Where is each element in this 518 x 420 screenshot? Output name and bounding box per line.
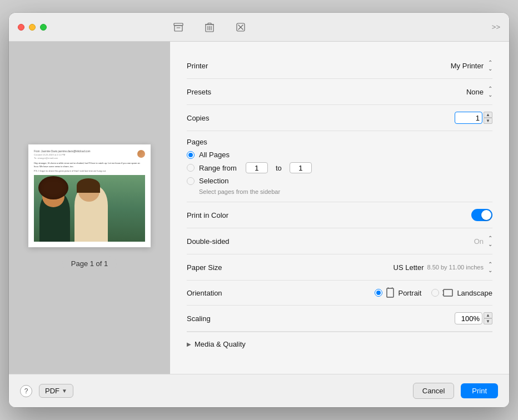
scaling-stepper: ▲ ▼	[455, 312, 492, 324]
scaling-arrows: ▲ ▼	[484, 312, 492, 324]
print-color-row: Print in Color	[187, 202, 492, 228]
printer-label: Printer	[187, 62, 253, 70]
landscape-radio[interactable]	[431, 289, 439, 297]
paper-size-detail: 8.50 by 11.00 inches	[427, 264, 484, 271]
selection-section: Selection Select pages from the sidebar	[187, 177, 492, 195]
main-content: From: Jasmine Davis jasmine.davis@ktkclo…	[9, 42, 509, 374]
printer-value[interactable]: My Printer ⌃⌄	[451, 59, 492, 72]
presets-row: Presets None ⌃⌄	[187, 79, 492, 105]
presets-label: Presets	[187, 88, 253, 96]
print-color-toggle-btn[interactable]	[471, 209, 492, 221]
svg-rect-11	[387, 288, 394, 297]
range-label: Range from	[199, 164, 237, 172]
pages-label: Pages	[187, 138, 492, 146]
selection-row[interactable]: Selection	[187, 177, 492, 185]
traffic-lights	[18, 24, 47, 31]
portrait-radio[interactable]	[375, 289, 382, 297]
media-quality-label: Media & Quality	[195, 340, 246, 348]
double-sided-current-value: On	[474, 237, 484, 246]
scaling-row: Scaling ▲ ▼	[187, 306, 492, 332]
portrait-label: Portrait	[398, 289, 421, 297]
copies-label: Copies	[187, 114, 253, 122]
copies-value: ▲ ▼	[455, 112, 492, 124]
double-sided-stepper-icon: ⌃⌄	[488, 235, 492, 247]
scaling-label: Scaling	[187, 314, 253, 323]
printer-current-value: My Printer	[451, 62, 484, 70]
pages-section: Pages All Pages Range from to S	[187, 131, 492, 202]
preview-panel: From: Jasmine Davis jasmine.davis@ktkclo…	[9, 42, 170, 374]
print-color-toggle	[471, 209, 492, 221]
landscape-option[interactable]: Landscape	[431, 288, 492, 297]
range-to-input[interactable]	[290, 162, 312, 173]
pdf-chevron-icon: ▼	[62, 388, 67, 394]
close-button[interactable]	[18, 24, 24, 31]
copies-input[interactable]	[455, 112, 482, 124]
portrait-icon	[386, 287, 395, 298]
presets-stepper-icon: ⌃⌄	[488, 86, 492, 98]
titlebar: >>	[9, 13, 509, 42]
expand-arrow-icon: ▶	[187, 341, 191, 347]
copies-increment[interactable]: ▲	[484, 112, 492, 118]
paper-size-label: Paper Size	[187, 263, 253, 272]
page-preview: From: Jasmine Davis jasmine.davis@ktkclo…	[28, 144, 151, 247]
range-to-label: to	[276, 164, 282, 172]
range-radio[interactable]	[187, 164, 195, 172]
copies-arrows: ▲ ▼	[484, 112, 492, 124]
trash-toolbar-button[interactable]	[202, 19, 217, 35]
paper-size-stepper-icon: ⌃⌄	[488, 261, 492, 273]
copies-row: Copies ▲ ▼	[187, 105, 492, 131]
email-preview-header: From: Jasmine Davis jasmine.davis@ktkclo…	[34, 150, 145, 173]
orientation-label: Orientation	[187, 289, 253, 297]
double-sided-value[interactable]: On ⌃⌄	[474, 235, 492, 247]
landscape-label: Landscape	[457, 289, 492, 297]
pdf-label: PDF	[45, 387, 59, 395]
range-row[interactable]: Range from to	[187, 162, 492, 173]
landscape-icon	[442, 288, 454, 297]
selection-hint: Select pages from the sidebar	[199, 188, 492, 195]
bottom-bar: ? PDF ▼ Cancel Print	[9, 374, 509, 407]
selection-label: Selection	[199, 177, 228, 185]
orientation-options: Portrait Landscape	[375, 287, 492, 298]
print-window: >> From: Jasmine Davis jasmine.davis@ktk…	[9, 13, 509, 407]
settings-panel: Printer My Printer ⌃⌄ Presets None ⌃⌄ Co…	[170, 42, 509, 374]
paper-size-row: Paper Size US Letter 8.50 by 11.00 inche…	[187, 254, 492, 281]
presets-current-value: None	[466, 88, 484, 96]
copies-stepper: ▲ ▼	[455, 112, 492, 124]
archive-toolbar-button[interactable]	[171, 19, 186, 35]
presets-value[interactable]: None ⌃⌄	[466, 86, 492, 98]
all-pages-label: All Pages	[199, 151, 230, 159]
x-toolbar-button[interactable]	[233, 19, 248, 35]
orientation-row: Orientation Portrait	[187, 281, 492, 306]
printer-stepper-icon: ⌃⌄	[488, 59, 492, 72]
scaling-increment[interactable]: ▲	[484, 312, 492, 318]
help-button[interactable]: ?	[20, 385, 32, 397]
pdf-button[interactable]: PDF ▼	[39, 384, 73, 398]
all-pages-radio[interactable]	[187, 151, 195, 159]
print-color-label: Print in Color	[187, 211, 253, 219]
paper-size-current-value: US Letter	[394, 263, 424, 272]
email-image-preview	[34, 175, 145, 242]
scaling-decrement[interactable]: ▼	[484, 318, 492, 324]
double-sided-label: Double-sided	[187, 237, 253, 246]
print-button[interactable]: Print	[461, 383, 498, 398]
chevron-forward-button[interactable]: >>	[492, 23, 500, 31]
maximize-button[interactable]	[40, 24, 47, 31]
range-from-input[interactable]	[246, 162, 268, 173]
scaling-input[interactable]	[455, 312, 482, 324]
media-quality-row[interactable]: ▶ Media & Quality	[187, 332, 492, 356]
portrait-option[interactable]: Portrait	[375, 287, 421, 298]
copies-decrement[interactable]: ▼	[484, 118, 492, 124]
printer-row: Printer My Printer ⌃⌄	[187, 53, 492, 79]
double-sided-row: Double-sided On ⌃⌄	[187, 228, 492, 254]
page-indicator: Page 1 of 1	[62, 256, 117, 271]
svg-rect-1	[175, 26, 182, 31]
cancel-button[interactable]: Cancel	[413, 383, 454, 399]
person2	[70, 175, 114, 242]
selection-radio[interactable]	[187, 177, 195, 185]
all-pages-row[interactable]: All Pages	[187, 151, 492, 159]
scaling-value: ▲ ▼	[455, 312, 492, 324]
titlebar-toolbar	[171, 19, 248, 35]
svg-rect-14	[444, 289, 452, 296]
minimize-button[interactable]	[29, 24, 36, 31]
paper-size-value[interactable]: US Letter 8.50 by 11.00 inches ⌃⌄	[394, 261, 492, 273]
